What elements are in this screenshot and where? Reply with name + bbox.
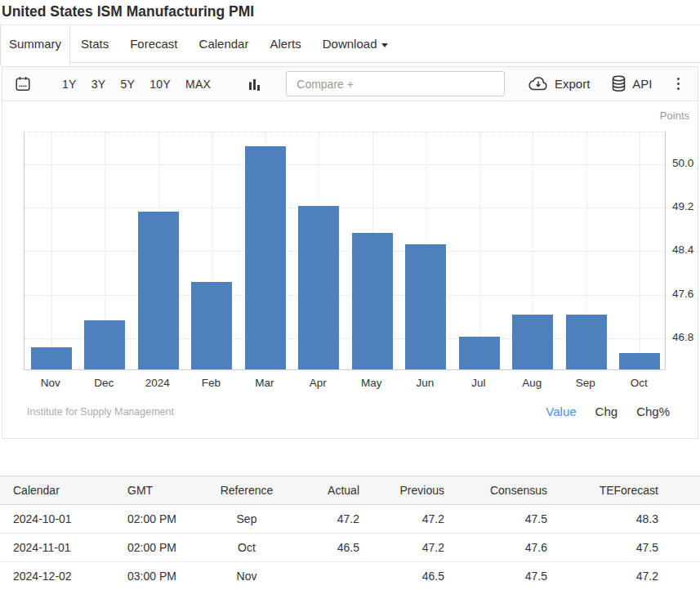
kebab-menu-icon — [677, 78, 680, 81]
x-axis-label: Oct — [613, 377, 665, 389]
chart-card: 1Y 3Y 5Y 10Y MAX — [2, 66, 698, 439]
chart-toolbar: 1Y 3Y 5Y 10Y MAX — [2, 67, 698, 101]
table-cell-calendar: 2024-11-01 — [0, 534, 114, 562]
chart-bar — [191, 282, 232, 369]
legend-chg-link[interactable]: Chg — [595, 405, 618, 418]
table-cell-actual — [284, 562, 359, 590]
v-gridline — [640, 132, 640, 369]
calendar-range-button[interactable] — [14, 75, 32, 93]
table-cell-teforecast: 48.3 — [547, 505, 658, 534]
legend-chgpct-link[interactable]: Chg% — [636, 405, 670, 418]
chart-legend: Value Chg Chg% — [546, 405, 670, 418]
chart-bar — [512, 315, 553, 369]
table-cell-calendar: 2024-10-01 — [0, 505, 114, 534]
tab-summary[interactable]: Summary — [0, 25, 70, 65]
table-cell-previous: 46.5 — [359, 562, 444, 590]
chart-bar — [84, 320, 125, 369]
range-button-max[interactable]: MAX — [178, 78, 218, 91]
h-gridline — [25, 295, 665, 296]
chart-bar — [31, 347, 72, 369]
table-cell-spacer — [658, 562, 700, 590]
chart-plot — [24, 132, 666, 370]
chart-bar — [352, 233, 393, 369]
table-cell-reference: Nov — [209, 562, 284, 590]
chart-bar — [298, 206, 339, 369]
table-cell-spacer — [658, 534, 700, 562]
h-gridline — [25, 164, 665, 165]
table-cell-teforecast: 47.5 — [547, 534, 658, 562]
page-header: United States ISM Manufacturing PMI — [0, 0, 700, 25]
table-cell-reference: Sep — [209, 505, 284, 534]
y-tick-label: 49.2 — [672, 200, 700, 212]
api-label: API — [632, 77, 652, 91]
export-button[interactable]: Export — [528, 76, 590, 92]
kebab-menu-button[interactable] — [674, 76, 684, 92]
x-axis-label: Dec — [78, 377, 130, 389]
chart-source: Institute for Supply Management — [27, 406, 174, 418]
tab-download[interactable]: Download — [312, 25, 399, 62]
table-header-cell-actual: Actual — [284, 476, 359, 505]
x-axis-label: Feb — [185, 377, 237, 389]
points-unit-label: Points — [660, 110, 689, 122]
tab-forecast[interactable]: Forecast — [119, 25, 188, 62]
table-header-cell-gmt: GMT — [114, 476, 209, 505]
tab-download-label: Download — [323, 37, 377, 51]
v-gridline — [51, 132, 52, 369]
table-header-cell-teforecast: TEForecast — [547, 476, 658, 505]
table-cell-consensus: 47.5 — [444, 505, 547, 534]
x-axis-label: Mar — [239, 377, 291, 389]
tab-calendar[interactable]: Calendar — [189, 25, 260, 62]
column-chart-icon — [247, 77, 261, 92]
table-header-cell-calendar: Calendar — [0, 476, 114, 505]
table-row: 2024-12-0203:00 PMNov46.547.547.2 — [0, 562, 700, 590]
page-title: United States ISM Manufacturing PMI — [2, 3, 254, 20]
chart-type-button[interactable] — [247, 77, 261, 92]
chart-bar — [619, 353, 660, 369]
range-selector: 1Y 3Y 5Y 10Y MAX — [55, 78, 218, 91]
x-axis-label: May — [346, 377, 398, 389]
h-gridline — [25, 208, 665, 208]
table-row: 2024-10-0102:00 PMSep47.247.247.548.3 — [0, 505, 700, 534]
tab-bar: Summary Stats Forecast Calendar Alerts D… — [0, 25, 700, 63]
table-cell-gmt: 03:00 PM — [114, 562, 209, 590]
chart-region: Points Institute for Supply Management V… — [2, 101, 698, 438]
legend-value-link[interactable]: Value — [546, 405, 576, 418]
table-cell-spacer — [658, 505, 700, 534]
x-axis-label: Aug — [506, 377, 558, 389]
y-tick-label: 46.8 — [672, 331, 700, 343]
database-icon — [611, 75, 626, 92]
export-label: Export — [555, 77, 590, 91]
range-button-1y[interactable]: 1Y — [55, 78, 84, 91]
chart-bar — [405, 244, 446, 369]
table-cell-previous: 47.2 — [359, 534, 444, 562]
cloud-download-icon — [528, 76, 549, 92]
y-tick-label: 48.4 — [672, 244, 700, 256]
table-header-cell-consensus: Consensus — [444, 476, 547, 505]
chart-bar — [245, 146, 286, 369]
table-row: 2024-11-0102:00 PMOct46.547.247.647.5 — [0, 534, 700, 562]
table-cell-gmt: 02:00 PM — [114, 505, 209, 534]
table-cell-consensus: 47.5 — [444, 562, 547, 590]
calendar-table: CalendarGMTReferenceActualPreviousConsen… — [0, 476, 700, 590]
range-button-5y[interactable]: 5Y — [113, 78, 142, 91]
calendar-icon — [14, 75, 32, 93]
x-axis-label: 2024 — [132, 377, 184, 389]
compare-input[interactable] — [286, 71, 505, 96]
api-button[interactable]: API — [611, 75, 652, 92]
tab-alerts[interactable]: Alerts — [259, 25, 311, 62]
table-header-cell-spacer — [658, 476, 700, 505]
chart-bar — [138, 212, 179, 369]
table-header-cell-reference: Reference — [209, 476, 284, 505]
table-cell-consensus: 47.6 — [444, 534, 547, 562]
tab-stats[interactable]: Stats — [70, 25, 119, 62]
y-tick-label: 50.0 — [672, 157, 700, 169]
table-cell-previous: 47.2 — [359, 505, 444, 534]
h-gridline — [25, 251, 665, 252]
range-button-10y[interactable]: 10Y — [142, 78, 178, 91]
caret-down-icon — [381, 43, 388, 47]
table-cell-actual: 46.5 — [284, 534, 359, 562]
table-header-cell-previous: Previous — [359, 476, 444, 505]
range-button-3y[interactable]: 3Y — [84, 78, 114, 91]
x-axis-label: Jun — [399, 377, 451, 389]
table-cell-gmt: 02:00 PM — [114, 534, 209, 562]
